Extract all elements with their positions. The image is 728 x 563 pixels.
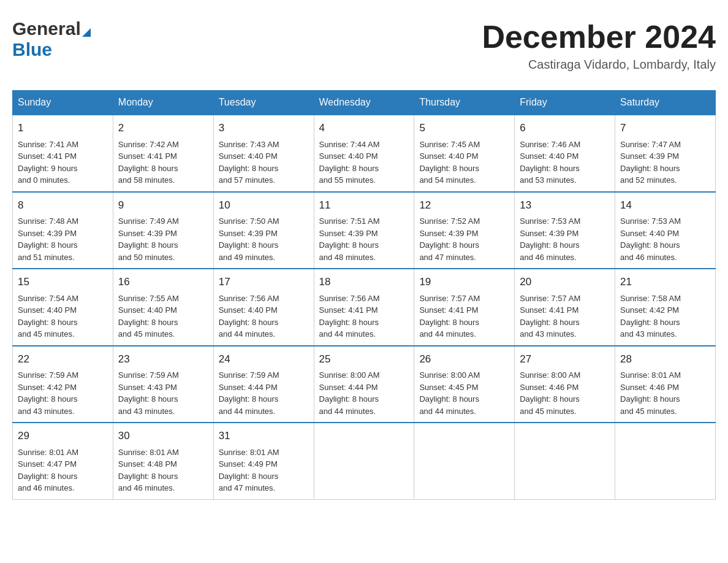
daylight-text: Daylight: 8 hoursand 53 minutes. <box>520 164 580 185</box>
calendar-cell: 1Sunrise: 7:41 AMSunset: 4:41 PMDaylight… <box>13 115 113 192</box>
sunset-text: Sunset: 4:41 PM <box>18 151 77 161</box>
calendar-cell: 27Sunrise: 8:00 AMSunset: 4:46 PMDayligh… <box>515 346 615 423</box>
sunset-text: Sunset: 4:41 PM <box>118 151 177 161</box>
day-number: 3 <box>219 120 309 136</box>
sunrise-text: Sunrise: 7:59 AM <box>219 370 279 380</box>
daylight-text: Daylight: 8 hoursand 47 minutes. <box>419 240 479 262</box>
daylight-text: Daylight: 8 hoursand 45 minutes. <box>620 394 680 416</box>
sunrise-text: Sunrise: 8:01 AM <box>219 448 279 457</box>
calendar-header-row: Sunday Monday Tuesday Wednesday Thursday… <box>13 91 716 115</box>
calendar-cell: 9Sunrise: 7:49 AMSunset: 4:39 PMDaylight… <box>113 192 213 269</box>
sunrise-text: Sunrise: 7:53 AM <box>620 216 681 226</box>
day-number: 13 <box>520 197 610 213</box>
sunset-text: Sunset: 4:49 PM <box>219 459 278 469</box>
sunrise-text: Sunrise: 8:01 AM <box>18 448 78 457</box>
calendar-cell: 26Sunrise: 8:00 AMSunset: 4:45 PMDayligh… <box>414 346 515 423</box>
col-wednesday: Wednesday <box>314 91 414 115</box>
calendar-week-row-4: 22Sunrise: 7:59 AMSunset: 4:42 PMDayligh… <box>13 346 716 423</box>
daylight-text: Daylight: 8 hoursand 44 minutes. <box>419 394 479 416</box>
daylight-text: Daylight: 8 hoursand 44 minutes. <box>319 318 379 339</box>
sunset-text: Sunset: 4:42 PM <box>620 305 679 315</box>
calendar-cell <box>515 423 615 499</box>
daylight-text: Daylight: 8 hoursand 44 minutes. <box>319 394 379 416</box>
sunset-text: Sunset: 4:41 PM <box>319 305 378 315</box>
calendar-cell: 14Sunrise: 7:53 AMSunset: 4:40 PMDayligh… <box>615 192 716 269</box>
daylight-text: Daylight: 8 hoursand 57 minutes. <box>219 164 279 185</box>
calendar-cell: 10Sunrise: 7:50 AMSunset: 4:39 PMDayligh… <box>213 192 314 269</box>
day-number: 2 <box>118 120 208 136</box>
daylight-text: Daylight: 8 hoursand 43 minutes. <box>620 318 680 339</box>
daylight-text: Daylight: 8 hoursand 54 minutes. <box>419 164 479 185</box>
calendar-cell: 6Sunrise: 7:46 AMSunset: 4:40 PMDaylight… <box>515 115 615 192</box>
day-number: 22 <box>18 351 108 367</box>
sunset-text: Sunset: 4:39 PM <box>219 229 278 238</box>
sunrise-text: Sunrise: 7:51 AM <box>319 216 380 226</box>
sunset-text: Sunset: 4:46 PM <box>620 383 679 392</box>
sunset-text: Sunset: 4:40 PM <box>319 151 378 161</box>
day-number: 29 <box>18 428 108 444</box>
day-number: 9 <box>118 197 208 213</box>
day-number: 27 <box>520 351 610 367</box>
sunset-text: Sunset: 4:40 PM <box>520 151 578 161</box>
calendar-cell <box>615 423 716 499</box>
sunset-text: Sunset: 4:43 PM <box>118 383 177 392</box>
daylight-text: Daylight: 8 hoursand 43 minutes. <box>18 394 78 416</box>
sunrise-text: Sunrise: 7:55 AM <box>118 294 179 303</box>
calendar-cell: 28Sunrise: 8:01 AMSunset: 4:46 PMDayligh… <box>615 346 716 423</box>
daylight-text: Daylight: 8 hoursand 44 minutes. <box>219 394 279 416</box>
daylight-text: Daylight: 8 hoursand 49 minutes. <box>219 240 279 262</box>
sunrise-text: Sunrise: 8:01 AM <box>620 370 681 380</box>
daylight-text: Daylight: 8 hoursand 55 minutes. <box>319 164 379 185</box>
calendar-cell: 12Sunrise: 7:52 AMSunset: 4:39 PMDayligh… <box>414 192 515 269</box>
calendar-week-row-5: 29Sunrise: 8:01 AMSunset: 4:47 PMDayligh… <box>13 423 716 499</box>
calendar-cell: 29Sunrise: 8:01 AMSunset: 4:47 PMDayligh… <box>13 423 113 499</box>
sunrise-text: Sunrise: 7:43 AM <box>219 140 279 149</box>
day-number: 16 <box>118 274 208 290</box>
day-number: 23 <box>118 351 208 367</box>
day-number: 12 <box>419 197 509 213</box>
daylight-text: Daylight: 8 hoursand 52 minutes. <box>620 164 680 185</box>
calendar-cell: 24Sunrise: 7:59 AMSunset: 4:44 PMDayligh… <box>213 346 314 423</box>
sunrise-text: Sunrise: 7:57 AM <box>520 294 580 303</box>
day-number: 10 <box>219 197 309 213</box>
logo: General Blue <box>12 18 91 60</box>
sunset-text: Sunset: 4:40 PM <box>18 305 77 315</box>
calendar-cell <box>314 423 414 499</box>
day-number: 18 <box>319 274 409 290</box>
calendar-cell: 19Sunrise: 7:57 AMSunset: 4:41 PMDayligh… <box>414 269 515 346</box>
sunrise-text: Sunrise: 7:54 AM <box>18 294 78 303</box>
calendar-cell: 25Sunrise: 8:00 AMSunset: 4:44 PMDayligh… <box>314 346 414 423</box>
sunset-text: Sunset: 4:45 PM <box>419 383 478 392</box>
page-header: General Blue December 2024 Castiraga Vid… <box>12 12 716 78</box>
sunrise-text: Sunrise: 7:50 AM <box>219 216 279 226</box>
calendar-cell: 18Sunrise: 7:56 AMSunset: 4:41 PMDayligh… <box>314 269 414 346</box>
title-section: December 2024 Castiraga Vidardo, Lombard… <box>482 18 716 72</box>
sunset-text: Sunset: 4:42 PM <box>18 383 77 392</box>
day-number: 24 <box>219 351 309 367</box>
daylight-text: Daylight: 8 hoursand 46 minutes. <box>118 472 178 493</box>
sunset-text: Sunset: 4:39 PM <box>18 229 77 238</box>
sunrise-text: Sunrise: 8:01 AM <box>118 448 179 457</box>
daylight-text: Daylight: 8 hoursand 43 minutes. <box>118 394 178 416</box>
day-number: 17 <box>219 274 309 290</box>
sunrise-text: Sunrise: 8:00 AM <box>319 370 380 380</box>
day-number: 28 <box>620 351 710 367</box>
day-number: 4 <box>319 120 409 136</box>
sunset-text: Sunset: 4:40 PM <box>419 151 478 161</box>
calendar-cell: 11Sunrise: 7:51 AMSunset: 4:39 PMDayligh… <box>314 192 414 269</box>
daylight-text: Daylight: 8 hoursand 46 minutes. <box>18 472 78 493</box>
calendar-cell: 30Sunrise: 8:01 AMSunset: 4:48 PMDayligh… <box>113 423 213 499</box>
day-number: 26 <box>419 351 509 367</box>
calendar-cell <box>414 423 515 499</box>
calendar-cell: 22Sunrise: 7:59 AMSunset: 4:42 PMDayligh… <box>13 346 113 423</box>
sunrise-text: Sunrise: 7:52 AM <box>419 216 480 226</box>
calendar-cell: 15Sunrise: 7:54 AMSunset: 4:40 PMDayligh… <box>13 269 113 346</box>
sunrise-text: Sunrise: 7:59 AM <box>118 370 179 380</box>
sunrise-text: Sunrise: 7:45 AM <box>419 140 480 149</box>
day-number: 25 <box>319 351 409 367</box>
day-number: 21 <box>620 274 710 290</box>
calendar-cell: 13Sunrise: 7:53 AMSunset: 4:39 PMDayligh… <box>515 192 615 269</box>
daylight-text: Daylight: 8 hoursand 48 minutes. <box>319 240 379 262</box>
sunset-text: Sunset: 4:44 PM <box>219 383 278 392</box>
calendar-cell: 23Sunrise: 7:59 AMSunset: 4:43 PMDayligh… <box>113 346 213 423</box>
